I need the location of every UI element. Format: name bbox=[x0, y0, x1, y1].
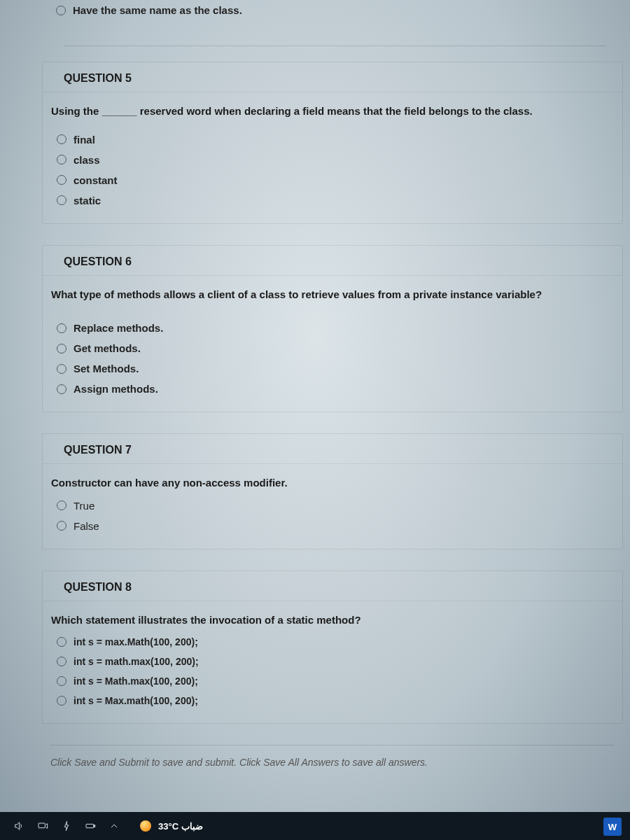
radio-icon bbox=[57, 364, 66, 374]
q5-option-static[interactable]: static bbox=[57, 190, 614, 211]
weather-text: 33°C ضباب bbox=[158, 821, 203, 832]
option-label: static bbox=[74, 195, 101, 206]
q6-option-assign[interactable]: Assign methods. bbox=[57, 379, 614, 399]
radio-icon bbox=[57, 134, 66, 144]
q5-option-final[interactable]: final bbox=[57, 130, 614, 150]
weather-sun-icon bbox=[140, 820, 151, 832]
question-options: final class constant static bbox=[43, 130, 622, 211]
battery-icon[interactable] bbox=[83, 818, 98, 834]
q8-option-d[interactable]: int s = Max.math(100, 200); bbox=[57, 691, 614, 710]
taskbar: 33°C ضباب W bbox=[0, 812, 630, 840]
option-label: Set Methods. bbox=[74, 363, 139, 374]
word-app-icon[interactable]: W bbox=[603, 818, 622, 836]
option-label: class bbox=[74, 154, 100, 166]
svg-rect-1 bbox=[86, 824, 94, 827]
q8-option-c[interactable]: int s = Math.max(100, 200); bbox=[57, 671, 614, 691]
option-label: constant bbox=[74, 174, 118, 186]
q5-option-constant[interactable]: constant bbox=[57, 170, 614, 190]
radio-icon bbox=[57, 696, 66, 706]
option-label: final bbox=[74, 134, 95, 146]
option-label: int s = Math.max(100, 200); bbox=[74, 676, 198, 687]
question-5: QUESTION 5 Using the ______ reserved wor… bbox=[42, 62, 623, 224]
q8-option-a[interactable]: int s = max.Math(100, 200); bbox=[57, 632, 614, 652]
save-instructions: Click Save and Submit to save and submit… bbox=[42, 752, 623, 788]
quiz-screen: Have the same name as the class. QUESTIO… bbox=[0, 0, 630, 840]
radio-icon bbox=[57, 175, 66, 185]
q6-option-get[interactable]: Get methods. bbox=[57, 338, 614, 358]
q8-option-b[interactable]: int s = math.max(100, 200); bbox=[57, 652, 614, 671]
q5-option-class[interactable]: class bbox=[57, 150, 614, 170]
question-title: QUESTION 8 bbox=[43, 571, 622, 601]
q4-partial: Have the same name as the class. bbox=[42, 0, 623, 52]
weather-widget[interactable]: 33°C ضباب bbox=[140, 820, 203, 832]
question-prompt: What type of methods allows a client of … bbox=[43, 284, 622, 313]
word-label: W bbox=[608, 822, 617, 832]
q7-option-true[interactable]: True bbox=[57, 496, 614, 516]
question-8: QUESTION 8 Which statement illustrates t… bbox=[42, 570, 623, 724]
question-prompt: Constructor can have any non-access modi… bbox=[43, 472, 622, 496]
option-label: Replace methods. bbox=[74, 322, 163, 334]
radio-icon bbox=[57, 323, 66, 333]
option-label: int s = Max.math(100, 200); bbox=[74, 695, 198, 706]
q4-option[interactable]: Have the same name as the class. bbox=[56, 0, 615, 20]
chevron-up-icon[interactable] bbox=[106, 818, 122, 834]
question-options: int s = max.Math(100, 200); int s = math… bbox=[43, 632, 622, 710]
radio-icon bbox=[57, 344, 66, 354]
option-label: int s = max.Math(100, 200); bbox=[74, 636, 198, 648]
radio-icon bbox=[57, 676, 66, 686]
divider bbox=[50, 745, 615, 746]
option-label: Get methods. bbox=[74, 342, 141, 354]
option-label: int s = math.max(100, 200); bbox=[74, 656, 199, 667]
question-title: QUESTION 5 bbox=[43, 62, 622, 92]
q7-option-false[interactable]: False bbox=[57, 516, 614, 536]
radio-icon bbox=[57, 521, 66, 531]
question-prompt: Using the ______ reserved word when decl… bbox=[43, 101, 622, 130]
option-label: Have the same name as the class. bbox=[73, 4, 242, 16]
option-label: False bbox=[74, 520, 99, 532]
q6-option-replace[interactable]: Replace methods. bbox=[57, 318, 614, 338]
question-options: True False bbox=[43, 496, 622, 536]
question-title: QUESTION 7 bbox=[43, 434, 622, 464]
radio-icon bbox=[57, 155, 66, 164]
radio-icon bbox=[57, 384, 66, 394]
question-options: Replace methods. Get methods. Set Method… bbox=[43, 318, 622, 399]
radio-icon bbox=[57, 657, 66, 666]
sound-icon[interactable] bbox=[11, 818, 27, 834]
radio-icon bbox=[57, 500, 66, 510]
network-icon[interactable] bbox=[35, 818, 50, 834]
svg-rect-2 bbox=[94, 825, 94, 827]
q6-option-set[interactable]: Set Methods. bbox=[57, 358, 614, 379]
radio-icon bbox=[56, 6, 66, 15]
radio-icon bbox=[57, 637, 66, 647]
question-title: QUESTION 6 bbox=[43, 246, 622, 276]
option-label: True bbox=[74, 500, 94, 512]
question-prompt: Which statement illustrates the invocati… bbox=[43, 610, 622, 633]
divider bbox=[64, 46, 606, 46]
question-7: QUESTION 7 Constructor can have any non-… bbox=[42, 433, 623, 550]
svg-rect-0 bbox=[38, 823, 45, 828]
power-icon[interactable] bbox=[59, 818, 74, 834]
radio-icon bbox=[57, 195, 66, 205]
option-label: Assign methods. bbox=[74, 383, 158, 395]
question-6: QUESTION 6 What type of methods allows a… bbox=[42, 245, 623, 413]
